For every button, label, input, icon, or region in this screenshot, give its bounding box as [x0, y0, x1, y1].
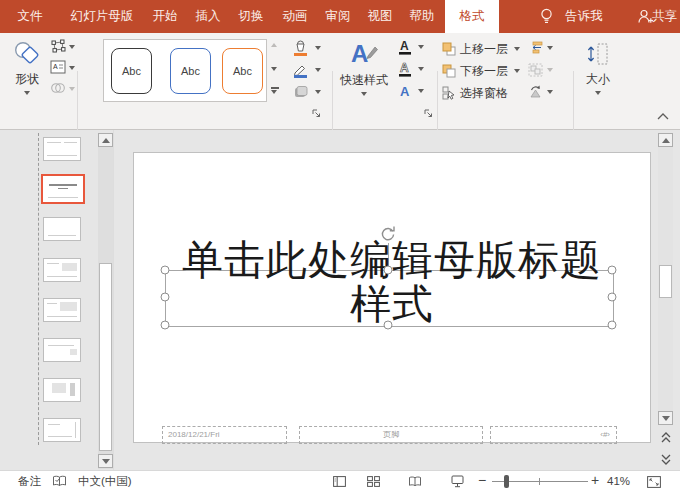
layout-thumbnail-4[interactable]: [43, 258, 81, 282]
tab-slide-master[interactable]: 幻灯片母版: [60, 0, 144, 33]
handle-bottom-left[interactable]: [161, 321, 170, 330]
language-indicator[interactable]: 中文(中国): [78, 471, 132, 491]
tab-help[interactable]: 帮助: [403, 0, 441, 33]
zoom-in-button[interactable]: +: [591, 470, 599, 490]
edit-shape-button[interactable]: [50, 39, 66, 57]
text-outline-icon: A: [397, 61, 413, 78]
shape-fill-button[interactable]: [292, 40, 309, 61]
text-box-caret[interactable]: [69, 66, 75, 70]
wordart-dialog-launcher[interactable]: [424, 109, 433, 118]
footer-placeholder[interactable]: 页脚: [299, 426, 483, 444]
layout-thumbnail-2-selected[interactable]: [41, 174, 85, 204]
zoom-slider-center-tick: [539, 478, 540, 485]
align-button[interactable]: [528, 41, 553, 55]
text-fill-button[interactable]: A: [397, 39, 413, 60]
zoom-out-button[interactable]: −: [478, 470, 486, 490]
quick-styles-icon: A: [349, 40, 379, 68]
canvas-scrollbar-thumb[interactable]: [659, 265, 672, 298]
tab-home[interactable]: 开始: [146, 0, 184, 33]
tab-transitions[interactable]: 切换: [232, 0, 270, 33]
send-backward-button[interactable]: 下移一层: [442, 63, 520, 79]
notes-toggle-button[interactable]: 备注: [18, 471, 41, 491]
rotate-caret[interactable]: [547, 90, 553, 94]
selection-pane-button[interactable]: 选择窗格: [442, 85, 508, 101]
handle-top-center[interactable]: [384, 266, 393, 275]
layout-thumbnail-8[interactable]: [43, 418, 81, 442]
tab-format[interactable]: 格式: [445, 0, 499, 33]
share-button[interactable]: 共享: [652, 0, 680, 33]
shape-fill-caret[interactable]: [315, 46, 321, 50]
layout-thumbnail-6[interactable]: [43, 338, 81, 362]
group-objects-button: [528, 63, 553, 77]
size-button[interactable]: 大小: [578, 39, 618, 119]
handle-top-right[interactable]: [608, 266, 617, 275]
bring-forward-caret[interactable]: [514, 47, 520, 51]
tab-insert[interactable]: 插入: [189, 0, 227, 33]
gallery-scroll-down[interactable]: [271, 67, 277, 71]
master-title-text[interactable]: 单击此处编辑母版标题 样式: [133, 238, 651, 326]
text-effects-button[interactable]: A: [397, 83, 413, 104]
proofing-icon[interactable]: [52, 475, 67, 488]
handle-mid-left[interactable]: [161, 293, 170, 302]
tab-review[interactable]: 审阅: [319, 0, 357, 33]
thumbnail-scrollbar-thumb[interactable]: [99, 263, 112, 451]
tab-animations[interactable]: 动画: [276, 0, 314, 33]
date-placeholder[interactable]: 2018/12/21/Fri: [162, 426, 287, 444]
text-effects-caret[interactable]: [418, 89, 424, 93]
shape-style-blue[interactable]: Abc: [170, 48, 211, 94]
shape-outline-caret[interactable]: [315, 68, 321, 72]
slide-number-placeholder[interactable]: ‹#›: [490, 426, 617, 444]
send-backward-caret[interactable]: [514, 69, 520, 73]
handle-bottom-right[interactable]: [608, 321, 617, 330]
layout-thumbnail-5[interactable]: [43, 298, 81, 322]
zoom-level[interactable]: 41%: [607, 471, 630, 491]
thumbnail-scroll-up[interactable]: [98, 133, 113, 147]
tab-view[interactable]: 视图: [361, 0, 399, 33]
next-slide-button[interactable]: [661, 454, 671, 465]
size-icon: [586, 41, 610, 67]
shape-styles-dialog-launcher[interactable]: [312, 109, 321, 118]
previous-slide-button[interactable]: [661, 432, 671, 443]
shape-effects-caret[interactable]: [315, 90, 321, 94]
slide-sorter-view-icon[interactable]: [367, 476, 380, 487]
layout-thumbnail-3[interactable]: [43, 217, 81, 241]
group-objects-icon: [528, 63, 543, 77]
shape-outline-button[interactable]: [292, 62, 309, 83]
text-box-icon: A: [50, 60, 66, 74]
fit-to-window-icon[interactable]: [647, 476, 661, 488]
rotation-handle-icon[interactable]: [379, 225, 397, 243]
align-caret[interactable]: [547, 46, 553, 50]
text-fill-caret[interactable]: [418, 45, 424, 49]
shapes-button[interactable]: 形状: [6, 38, 48, 110]
handle-mid-right[interactable]: [608, 293, 617, 302]
zoom-slider-thumb[interactable]: [504, 475, 509, 488]
layout-thumbnail-1[interactable]: [43, 137, 81, 161]
shape-style-black[interactable]: Abc: [111, 48, 152, 94]
canvas-scroll-down[interactable]: [658, 411, 673, 425]
text-box-button[interactable]: A: [50, 60, 66, 78]
bring-forward-button[interactable]: 上移一层: [442, 41, 520, 57]
tab-file[interactable]: 文件: [12, 0, 48, 33]
thumbnail-scroll-down[interactable]: [98, 454, 113, 468]
wordart-a-glyph: A: [351, 40, 368, 67]
gallery-more-button[interactable]: [271, 87, 279, 94]
status-bar: 备注 中文(中国) − + 41%: [0, 470, 680, 491]
reading-view-icon[interactable]: [408, 476, 422, 487]
text-outline-caret[interactable]: [418, 67, 424, 71]
normal-view-icon[interactable]: [333, 476, 346, 487]
rotate-button[interactable]: [528, 85, 553, 99]
selection-pane-icon: [442, 86, 456, 100]
edit-shape-caret[interactable]: [69, 45, 75, 49]
handle-bottom-center[interactable]: [384, 321, 393, 330]
shape-effects-button[interactable]: [292, 85, 309, 104]
merge-shapes-button[interactable]: [50, 81, 66, 99]
tell-me-button[interactable]: 告诉我: [558, 0, 610, 33]
layout-thumbnail-7[interactable]: [43, 378, 81, 402]
quick-styles-button[interactable]: A 快速样式: [337, 38, 391, 110]
shape-style-orange[interactable]: Abc: [222, 48, 263, 94]
canvas-scroll-up[interactable]: [658, 133, 673, 147]
collapse-ribbon-button[interactable]: [657, 113, 669, 120]
text-outline-button[interactable]: A: [397, 61, 413, 82]
handle-top-left[interactable]: [161, 266, 170, 275]
slideshow-view-icon[interactable]: [451, 475, 464, 488]
